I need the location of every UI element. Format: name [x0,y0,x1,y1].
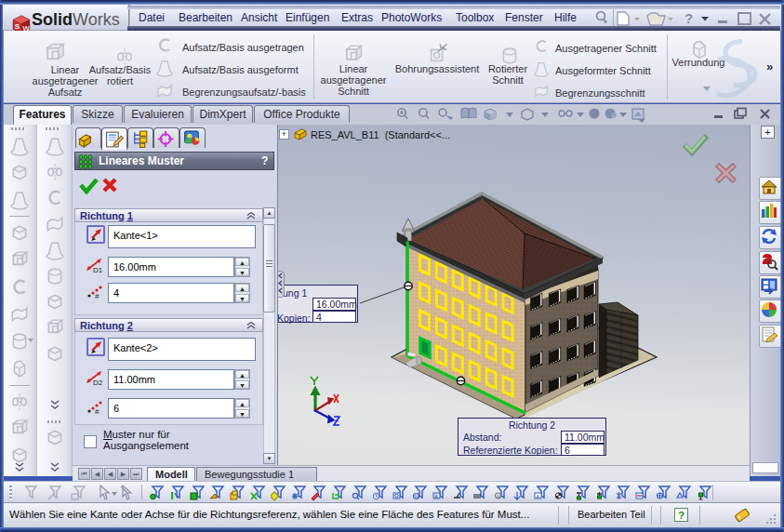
svg-text:D2: D2 [93,379,103,386]
svg-text:A: A [434,494,438,499]
svg-text:A: A [496,494,499,499]
svg-text:A: A [536,494,539,499]
svg-text:D1: D1 [93,266,103,273]
svg-text:N: N [415,494,419,499]
svg-text:#: # [95,407,100,415]
svg-text:S: S [15,22,20,31]
svg-text:?: ? [684,10,693,26]
svg-text:#: # [95,292,100,299]
